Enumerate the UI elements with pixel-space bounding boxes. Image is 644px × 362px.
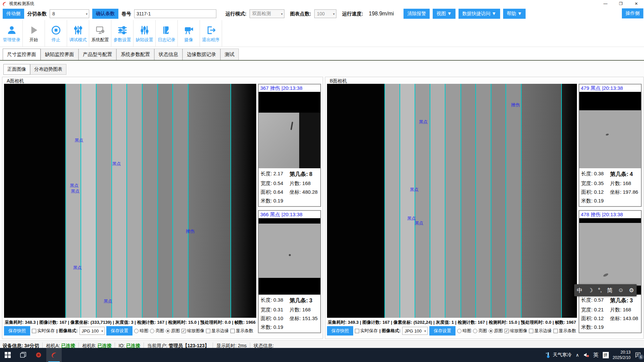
windows-taskbar: 天气寒冷 ∧ 英 拼 20:13 2025/2/10 6 — [0, 348, 644, 362]
defect-marker: 挫伤 — [511, 102, 520, 108]
ime-simplified-mode[interactable]: 简 — [607, 287, 613, 294]
dark-image-radio[interactable]: 暗图 — [457, 328, 471, 334]
close-button[interactable]: ✕ — [629, 0, 644, 7]
pinned-app-button[interactable] — [31, 348, 46, 362]
weather-tray-item[interactable]: 天气寒冷 — [545, 352, 572, 358]
stop-button[interactable]: 停止 — [45, 20, 67, 47]
hidden-icons-button[interactable]: ∧ — [576, 352, 579, 358]
camera-capture-button[interactable]: 摄像 — [178, 20, 200, 47]
monitor-gear-icon — [95, 25, 105, 35]
drive-side-button[interactable]: 传动侧 — [3, 9, 24, 19]
ime-punctuation-icon[interactable]: °, — [598, 287, 602, 294]
tab-front-image[interactable]: 正面图像 — [3, 64, 30, 75]
start-button[interactable] — [0, 348, 15, 362]
display-time: 2ms — [238, 343, 247, 348]
maximize-button[interactable]: ❐ — [613, 0, 629, 7]
show-edge-checkbox[interactable]: 显示边缘 — [206, 328, 229, 334]
tab-defect-monitor[interactable]: 缺陷监控界面 — [41, 49, 78, 60]
data-quick-access-button[interactable]: 数据快捷访问 ▼ — [459, 9, 500, 19]
defect-card-header: 479 黑点 |20:13:38 — [579, 84, 641, 92]
taskbar-clock[interactable]: 20:13 2025/2/10 — [613, 350, 631, 360]
camera-a-group: A面相机 黑点 黑点 — [2, 77, 323, 339]
show-strip-count-checkbox[interactable]: 显示条数 — [553, 328, 576, 334]
exit-program-button[interactable]: 退出程序 — [200, 20, 222, 47]
debug-mode-button[interactable]: 调试模式 — [67, 20, 89, 47]
log-record-button[interactable]: 日志记录 — [156, 20, 178, 47]
defect-card[interactable]: 479 黑点 |20:13:38 长度:0.38 第几条:4 宽度:0.35 片… — [579, 84, 642, 207]
save-snapshot-button[interactable]: 保存快照 — [327, 326, 353, 336]
clear-alarm-button[interactable]: 清除报警 — [404, 9, 430, 19]
chart-points-select[interactable]: 100▾ — [314, 9, 336, 18]
scale-image-checkbox[interactable]: 缩放图像 — [181, 328, 204, 334]
original-image-radio[interactable]: 原图 — [489, 328, 503, 334]
dark-image-radio[interactable]: 暗图 — [134, 328, 148, 334]
tab-product-model-config[interactable]: 产品型号配置 — [78, 49, 116, 60]
app-logo-icon — [2, 1, 7, 6]
view-menu-button[interactable]: 视图 ▼ — [433, 9, 455, 19]
minimize-button[interactable]: — — [598, 0, 613, 7]
notification-center-button[interactable]: 6 — [635, 352, 641, 358]
camera-a-live-image: 黑点 黑点 黑点 黑点 挫伤 黑点 黑点 — [4, 84, 256, 318]
camera-b-defect-column: 479 黑点 |20:13:38 长度:0.38 第几条:4 宽度:0.35 片… — [579, 84, 642, 337]
slit-count-label: 分切条数 — [27, 11, 47, 17]
roll-number-input[interactable] — [134, 9, 216, 18]
realtime-save-checkbox[interactable]: 实时保存 — [355, 328, 378, 334]
tab-test[interactable]: 测试 — [220, 49, 239, 60]
horizontal-sliders-icon — [117, 25, 127, 35]
defect-settings-button[interactable]: 缺陷设置 — [133, 20, 156, 47]
defect-card[interactable]: 366 黑点 |20:13:38 长度:0.38 第几条:3 宽度:0.31 片… — [258, 210, 321, 333]
scale-image-checkbox[interactable]: 缩放图像 — [504, 328, 527, 334]
save-snapshot-button[interactable]: 保存快照 — [4, 326, 30, 336]
tab-edge-data-record[interactable]: 边缘数据记录 — [182, 49, 220, 60]
bright-image-radio[interactable]: 亮图 — [150, 328, 164, 334]
defect-card[interactable]: 478 挫伤 |20:13:38 长度:0.57 第几条:3 宽度:0.21 片… — [579, 210, 642, 333]
admin-login-button[interactable]: 管理登录 — [1, 20, 23, 47]
start-button[interactable]: 开始 — [23, 20, 45, 47]
camera-b-group: B面相机 挫伤 — [325, 77, 644, 339]
app-window: 视觉检测系统 — ❐ ✕ 传动侧 分切条数 8▾ 确认条数 卷号 运行模式: 双… — [0, 0, 644, 362]
image-format-select[interactable]: JPG 100▾ — [79, 327, 105, 335]
ime-fullwidth-icon[interactable]: ☽ — [588, 287, 593, 294]
operator-side-button[interactable]: 操作侧 — [622, 8, 643, 18]
clock-time: 20:13 — [613, 350, 631, 355]
tab-size-monitor[interactable]: 尺寸监控界面 — [3, 49, 41, 60]
defect-card[interactable]: 367 挫伤 |20:13:38 长度:2.17 第几条:8 宽度:0.54 片… — [258, 84, 321, 207]
ime-settings-icon[interactable]: ⚙ — [629, 287, 634, 294]
bright-image-radio[interactable]: 亮图 — [473, 328, 487, 334]
ime-emoji-icon[interactable]: ☺ — [618, 287, 624, 294]
camera-a-status-line: 采集耗时: 348.3 | 图像计数: 167 | 像素坐标: (333,713… — [4, 318, 256, 326]
realtime-save-checkbox[interactable]: 实时保存 — [32, 328, 55, 334]
help-menu-button[interactable]: 帮助 ▼ — [503, 9, 526, 19]
notification-count-badge: 6 — [638, 354, 644, 360]
original-image-radio[interactable]: 原图 — [166, 328, 180, 334]
image-format-select[interactable]: JPG 100▾ — [402, 327, 428, 335]
checkbox-icon — [230, 329, 235, 333]
run-mode-select[interactable]: 双面检测▾ — [250, 9, 284, 18]
io-connection-status: 已连接 — [126, 343, 140, 348]
strip-edge-line — [65, 84, 66, 318]
weather-text: 天气寒冷 — [553, 352, 572, 358]
save-settings-button[interactable]: 保存设置 — [429, 326, 455, 336]
confirm-count-button[interactable]: 确认条数 — [92, 9, 118, 19]
show-edge-checkbox[interactable]: 显示边缘 — [529, 328, 552, 334]
tab-distribution-trend-chart[interactable]: 分布趋势图表 — [30, 64, 66, 75]
volume-muted-button[interactable] — [583, 352, 589, 358]
slit-count-select[interactable]: 8▾ — [50, 9, 89, 18]
task-view-button[interactable] — [15, 348, 31, 362]
ime-indicator[interactable]: 拼 — [603, 352, 609, 358]
tab-system-parameter-config[interactable]: 系统参数配置 — [116, 49, 154, 60]
title-bar: 视觉检测系统 — ❐ ✕ — [0, 0, 644, 7]
roll-number-label: 卷号 — [121, 11, 131, 17]
tab-status-info[interactable]: 状态信息 — [154, 49, 182, 60]
radio-icon — [150, 329, 154, 333]
save-settings-button[interactable]: 保存设置 — [106, 326, 132, 336]
system-config-button[interactable]: 系统配置 — [89, 20, 111, 47]
strip-edge-line — [126, 84, 127, 318]
parameter-settings-button[interactable]: 参数设置 — [111, 20, 133, 47]
ime-chinese-mode[interactable]: 中 — [577, 287, 583, 294]
chevron-down-icon: ▾ — [424, 329, 426, 333]
show-strip-count-checkbox[interactable]: 显示条数 — [230, 328, 253, 334]
strip-edge-line — [111, 84, 112, 318]
inspection-app-taskbar-button[interactable] — [46, 348, 62, 362]
language-indicator[interactable]: 英 — [593, 352, 599, 359]
